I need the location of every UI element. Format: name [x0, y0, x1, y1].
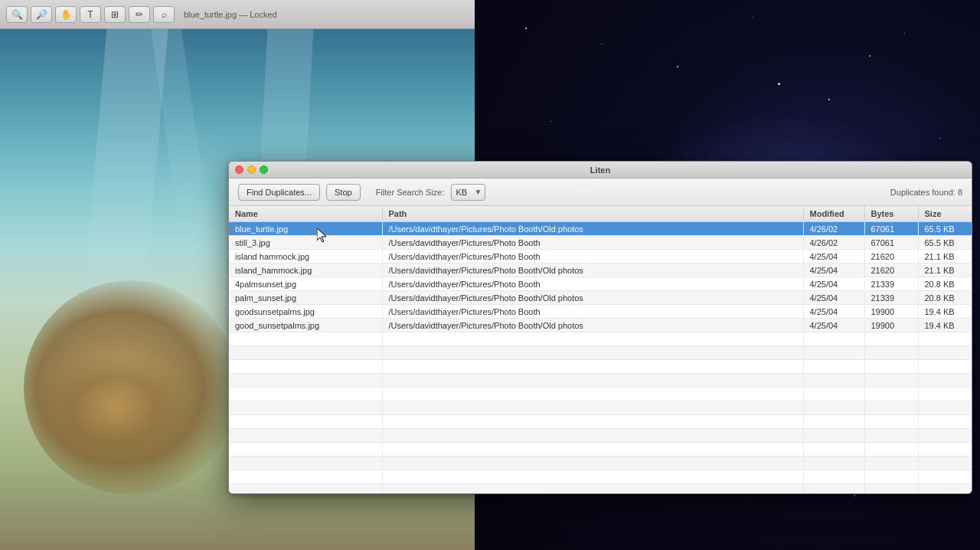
col-header-name: Name	[229, 206, 382, 222]
cell-bytes: 21620	[864, 264, 918, 277]
empty-row	[229, 388, 972, 401]
filter-select[interactable]: KB MB GB	[451, 184, 485, 201]
cell-path: /Users/davidthayer/Pictures/Photo Booth	[382, 305, 803, 319]
filter-select-wrapper[interactable]: KB MB GB ▼	[451, 184, 485, 201]
cell-name: goodsunsetpalms.jpg	[229, 305, 382, 319]
col-header-path: Path	[382, 206, 803, 222]
cell-modified: 4/25/04	[803, 250, 864, 264]
cell-modified: 4/26/02	[803, 236, 864, 250]
empty-row	[229, 484, 972, 494]
col-header-bytes: Bytes	[864, 206, 918, 222]
table-body: blue_turtle.jpg /Users/davidthayer/Pictu…	[229, 222, 972, 494]
empty-row	[229, 332, 972, 346]
cell-path: /Users/davidthayer/Pictures/Photo Booth/…	[382, 222, 803, 236]
cell-bytes: 67061	[864, 236, 918, 250]
cell-path: /Users/davidthayer/Pictures/Photo Booth	[382, 277, 803, 291]
empty-row	[229, 470, 972, 484]
annotate-btn[interactable]: ✏	[129, 6, 150, 23]
title-bar: Liten	[229, 162, 972, 178]
zoom-out-btn[interactable]: 🔍	[6, 6, 28, 23]
search-btn[interactable]: ⌕	[153, 6, 175, 23]
cell-size: 20.8 KB	[918, 277, 972, 291]
empty-row	[229, 346, 972, 360]
table-row[interactable]: 4palmsunset.jpg /Users/davidthayer/Pictu…	[229, 277, 972, 291]
table-row[interactable]: goodsunsetpalms.jpg /Users/davidthayer/P…	[229, 305, 972, 319]
cell-name: good_sunsetpalms.jpg	[229, 319, 382, 332]
cell-size: 19.4 KB	[918, 305, 972, 319]
text-btn[interactable]: T	[80, 6, 101, 23]
cell-modified: 4/25/04	[803, 264, 864, 277]
photo-app-title: blue_turtle.jpg — Locked	[184, 10, 277, 19]
cell-path: /Users/davidthayer/Pictures/Photo Booth/…	[382, 319, 803, 332]
cell-bytes: 21339	[864, 291, 918, 305]
cell-size: 65.5 KB	[918, 222, 972, 236]
window-toolbar: Find Duplicates... Stop Filter Search Si…	[229, 178, 972, 206]
table-row[interactable]: island hammock.jpg /Users/davidthayer/Pi…	[229, 250, 972, 264]
cell-path: /Users/davidthayer/Pictures/Photo Booth	[382, 250, 803, 264]
cell-bytes: 19900	[864, 319, 918, 332]
cell-bytes: 21339	[864, 277, 918, 291]
minimize-button[interactable]	[247, 165, 256, 174]
cell-bytes: 19900	[864, 305, 918, 319]
traffic-lights	[235, 165, 268, 174]
cell-modified: 4/26/02	[803, 222, 864, 236]
cell-name: island hammock.jpg	[229, 250, 382, 264]
stop-button[interactable]: Stop	[326, 184, 361, 201]
cell-modified: 4/25/04	[803, 305, 864, 319]
cell-size: 19.4 KB	[918, 319, 972, 332]
cell-path: /Users/davidthayer/Pictures/Photo Booth/…	[382, 291, 803, 305]
table-row[interactable]: palm_sunset.jpg /Users/davidthayer/Pictu…	[229, 291, 972, 305]
pan-btn[interactable]: ✋	[55, 6, 77, 23]
cell-modified: 4/25/04	[803, 319, 864, 332]
table-header: Name Path Modified Bytes Size	[229, 206, 972, 222]
duplicates-found-label: Duplicates found: 8	[890, 188, 962, 197]
photo-app-toolbar: 🔍 🔎 ✋ T ⊞ ✏ ⌕ blue_turtle.jpg — Locked	[0, 0, 475, 29]
close-button[interactable]	[235, 165, 243, 174]
table-container: Name Path Modified Bytes Size blue_turtl…	[229, 206, 972, 493]
window-title: Liten	[590, 165, 610, 175]
col-header-modified: Modified	[803, 206, 864, 222]
files-table: Name Path Modified Bytes Size blue_turtl…	[229, 206, 972, 493]
empty-row	[229, 429, 972, 443]
cell-size: 20.8 KB	[918, 291, 972, 305]
cell-path: /Users/davidthayer/Pictures/Photo Booth/…	[382, 264, 803, 277]
empty-row	[229, 374, 972, 388]
empty-row	[229, 401, 972, 415]
empty-row	[229, 457, 972, 470]
find-duplicates-button[interactable]: Find Duplicates...	[238, 184, 320, 201]
cell-bytes: 67061	[864, 222, 918, 236]
cell-size: 65.5 KB	[918, 236, 972, 250]
cell-name: island_hammock.jpg	[229, 264, 382, 277]
cell-bytes: 21620	[864, 250, 918, 264]
cell-size: 21.1 KB	[918, 250, 972, 264]
zoom-in-btn[interactable]: 🔎	[31, 6, 52, 23]
cell-name: blue_turtle.jpg	[229, 222, 382, 236]
select-btn[interactable]: ⊞	[104, 6, 126, 23]
cell-modified: 4/25/04	[803, 291, 864, 305]
filter-label: Filter Search Size:	[376, 188, 445, 197]
table-row[interactable]: island_hammock.jpg /Users/davidthayer/Pi…	[229, 264, 972, 277]
table-row[interactable]: good_sunsetpalms.jpg /Users/davidthayer/…	[229, 319, 972, 332]
empty-row	[229, 415, 972, 429]
cell-path: /Users/davidthayer/Pictures/Photo Booth	[382, 236, 803, 250]
table-row[interactable]: still_3.jpg /Users/davidthayer/Pictures/…	[229, 236, 972, 250]
cell-name: still_3.jpg	[229, 236, 382, 250]
liten-window: Liten Find Duplicates... Stop Filter Sea…	[228, 161, 972, 494]
empty-row	[229, 360, 972, 374]
cell-size: 21.1 KB	[918, 264, 972, 277]
table-row[interactable]: blue_turtle.jpg /Users/davidthayer/Pictu…	[229, 222, 972, 236]
cell-name: 4palmsunset.jpg	[229, 277, 382, 291]
cell-modified: 4/25/04	[803, 277, 864, 291]
col-header-size: Size	[918, 206, 972, 222]
cell-name: palm_sunset.jpg	[229, 291, 382, 305]
maximize-button[interactable]	[260, 165, 268, 174]
empty-row	[229, 443, 972, 457]
